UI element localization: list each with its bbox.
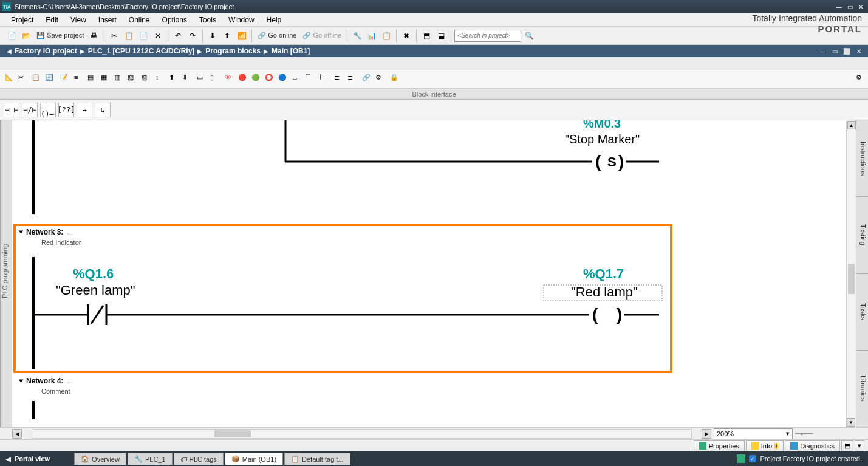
scroll-thumb[interactable]	[848, 264, 855, 294]
toolbar-icon-4[interactable]: ✖	[400, 29, 413, 43]
network-4-comment[interactable]: Comment	[17, 386, 75, 397]
maximize-button[interactable]: ▭	[845, 2, 855, 11]
et-monitor-icon[interactable]: 👁	[225, 74, 237, 86]
right-tab-tasks[interactable]: Tasks	[856, 274, 868, 351]
et-icon-11[interactable]: ▨	[141, 74, 153, 86]
palette-empty-box[interactable]: [??]	[58, 103, 74, 117]
go-offline-button[interactable]: 🔗 Go offline	[300, 32, 344, 39]
redo-icon[interactable]: ↷	[186, 29, 199, 43]
et-icon-27[interactable]: ⚙	[375, 74, 388, 86]
collapse-icon[interactable]	[19, 380, 24, 383]
diagnostics-button[interactable]: Diagnostics	[785, 440, 840, 451]
network-partial-top[interactable]: ( S ) %M0.3 "Stop Marker"	[12, 120, 850, 224]
network-3-rung[interactable]: ( ) %Q1.6 "Green lamp" %Q1.7 "Red lamp"	[12, 251, 850, 372]
properties-button[interactable]: Properties	[694, 440, 745, 451]
left-sidebar-plc-programming[interactable]: PLC programming	[0, 120, 12, 427]
upload-icon[interactable]: 📶	[235, 29, 248, 43]
status-panel-icon[interactable]	[737, 454, 745, 463]
menu-edit[interactable]: Edit	[39, 14, 64, 26]
tab-main-ob1[interactable]: 📦 Main (OB1)	[225, 453, 283, 465]
tab-default-tag[interactable]: 📋 Default tag t...	[284, 453, 350, 465]
go-online-button[interactable]: 🔗 Go online	[255, 32, 299, 39]
et-icon-20[interactable]: 🔵	[278, 74, 290, 86]
zoom-slider[interactable]: ━━●━━━━	[795, 431, 832, 437]
save-project-button[interactable]: 💾 Save project	[34, 32, 86, 39]
et-icon-5[interactable]: 📝	[60, 74, 72, 86]
toolbar-icon-1[interactable]: 🔧	[350, 29, 364, 43]
et-icon-15[interactable]: ▭	[197, 74, 209, 86]
search-input[interactable]	[454, 30, 521, 42]
et-icon-25[interactable]: ⊐	[347, 74, 360, 86]
bc-plc[interactable]: PLC_1 [CPU 1212C AC/DC/Rly]	[88, 47, 195, 55]
close-button[interactable]: ✕	[856, 2, 866, 11]
menu-help[interactable]: Help	[261, 14, 288, 26]
toolbar-icon-2[interactable]: 📊	[365, 29, 378, 43]
copy-icon[interactable]: 📋	[122, 29, 135, 43]
bc-program-blocks[interactable]: Program blocks	[205, 47, 261, 55]
bc-main[interactable]: Main [OB1]	[272, 47, 310, 55]
right-tab-testing[interactable]: Testing	[856, 197, 868, 273]
et-icon-13[interactable]: ⬆	[169, 74, 181, 86]
footer-collapse-icon[interactable]: ▾	[855, 440, 864, 451]
scroll-down-icon[interactable]: ▼	[847, 418, 855, 427]
et-icon-8[interactable]: ▦	[101, 74, 113, 86]
network-4-rung[interactable]	[12, 401, 850, 425]
print-icon[interactable]: 🖶	[87, 29, 101, 43]
cut-icon[interactable]: ✂	[108, 29, 121, 43]
et-icon-14[interactable]: ⬇	[182, 74, 194, 86]
editor-maximize-icon[interactable]: ⬜	[841, 46, 852, 56]
right-tab-libraries[interactable]: Libraries	[856, 351, 868, 427]
footer-split-icon[interactable]: ⬒	[841, 440, 853, 451]
collapse-icon[interactable]	[19, 231, 24, 234]
et-icon-16[interactable]: ▯	[210, 74, 222, 86]
right-tab-instructions[interactable]: Instructions	[856, 120, 868, 197]
editor-close-icon[interactable]: ✕	[853, 46, 864, 56]
minimize-button[interactable]: —	[834, 2, 844, 11]
undo-icon[interactable]: ↶	[171, 29, 185, 43]
editor-restore-icon[interactable]: ▭	[829, 46, 840, 56]
portal-view-button[interactable]: ◀ Portal view	[0, 451, 56, 466]
hscroll-track[interactable]	[32, 429, 692, 439]
paste-icon[interactable]: 📄	[137, 29, 150, 43]
palette-no-contact[interactable]: ⊣ ⊢	[4, 103, 19, 117]
zoom-selector[interactable]: 200%▾	[714, 428, 793, 439]
network-4-header[interactable]: Network 4: ...	[17, 375, 75, 386]
new-project-icon[interactable]: 📄	[5, 29, 18, 43]
vertical-scrollbar[interactable]: ▲ ▼	[846, 120, 856, 427]
et-icon-18[interactable]: 🟢	[251, 74, 264, 86]
info-button[interactable]: Info i	[746, 440, 784, 451]
menu-tools[interactable]: Tools	[193, 14, 222, 26]
menu-window[interactable]: Window	[222, 14, 261, 26]
et-icon-1[interactable]: 📐	[5, 74, 17, 86]
menu-project[interactable]: Project	[5, 14, 39, 26]
scroll-left-icon[interactable]: ◀	[12, 429, 22, 439]
et-icon-3[interactable]: 📋	[32, 74, 44, 86]
toolbar-icon-3[interactable]: 📋	[380, 29, 393, 43]
palette-coil[interactable]: –()–	[40, 103, 56, 117]
menu-view[interactable]: View	[64, 14, 92, 26]
et-icon-17[interactable]: 🔴	[238, 74, 250, 86]
et-icon-22[interactable]: ⎴	[306, 74, 318, 86]
et-icon-21[interactable]: ⎵	[293, 74, 305, 86]
scroll-up-icon[interactable]: ▲	[847, 121, 856, 129]
et-icon-10[interactable]: ▧	[128, 74, 140, 86]
et-settings-icon[interactable]: ⚙	[856, 74, 868, 86]
block-interface-bar[interactable]: Block interface	[0, 89, 868, 100]
ladder-canvas[interactable]: ( S ) %M0.3 "Stop Marker" Network 3: ...…	[12, 120, 856, 427]
scroll-right-icon[interactable]: ▶	[702, 429, 711, 439]
et-icon-26[interactable]: 🔗	[362, 74, 374, 86]
et-icon-4[interactable]: 🔄	[45, 74, 57, 86]
palette-nc-contact[interactable]: ⊣/⊢	[22, 103, 38, 117]
open-project-icon[interactable]: 📂	[19, 29, 33, 43]
bc-project[interactable]: Factory IO project	[15, 47, 77, 55]
split-h-icon[interactable]: ⬒	[420, 29, 433, 43]
download-icon[interactable]: ⬆	[220, 29, 234, 43]
compile-icon[interactable]: ⬇	[206, 29, 219, 43]
et-icon-12[interactable]: ↕	[155, 74, 168, 86]
et-icon-7[interactable]: ▤	[87, 74, 100, 86]
et-icon-2[interactable]: ✂	[18, 74, 30, 86]
menu-insert[interactable]: Insert	[92, 14, 123, 26]
tab-plc1[interactable]: 🔧 PLC_1	[128, 453, 173, 465]
editor-minimize-icon[interactable]: —	[817, 46, 828, 56]
et-icon-24[interactable]: ⊏	[334, 74, 346, 86]
